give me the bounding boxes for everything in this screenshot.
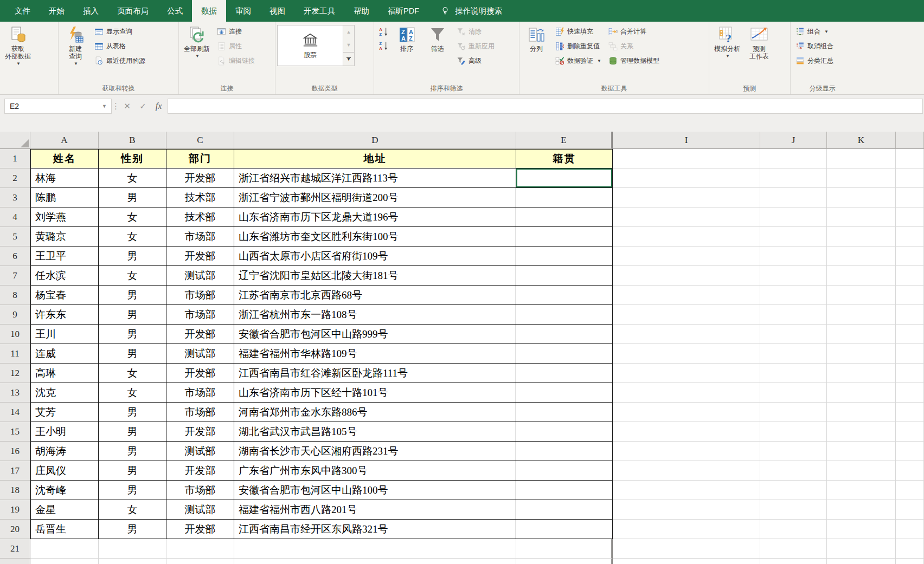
cell-C18[interactable]: 市场部 bbox=[166, 481, 234, 500]
cell-B13[interactable]: 女 bbox=[99, 383, 166, 403]
cell-E14[interactable] bbox=[516, 403, 613, 422]
cell-K2[interactable] bbox=[827, 168, 896, 188]
formula-input[interactable] bbox=[168, 99, 923, 114]
cell-A13[interactable]: 沈克 bbox=[30, 383, 99, 403]
cell-B7[interactable]: 女 bbox=[99, 266, 166, 286]
cell-L6[interactable] bbox=[896, 247, 924, 266]
cell-D21[interactable] bbox=[234, 539, 516, 559]
name-box-dropdown-icon[interactable]: ▼ bbox=[102, 103, 111, 109]
cell-J4[interactable] bbox=[760, 208, 827, 227]
cell-B4[interactable]: 女 bbox=[99, 208, 166, 227]
cell-D20[interactable]: 江西省南昌市经开区东风路321号 bbox=[234, 520, 516, 539]
cell-D9[interactable]: 浙江省杭州市东一路108号 bbox=[234, 305, 516, 325]
cell-L13[interactable] bbox=[896, 383, 924, 403]
cell-J8[interactable] bbox=[760, 286, 827, 305]
sort-button[interactable]: ZAAZ排序 bbox=[392, 23, 422, 53]
cell-E3[interactable] bbox=[516, 188, 613, 208]
cell-K1[interactable] bbox=[827, 149, 896, 168]
cell-L9[interactable] bbox=[896, 305, 924, 325]
forecast-sheet-button[interactable]: 预测工作表 bbox=[744, 23, 774, 61]
cell-D18[interactable]: 安徽省合肥市包河区中山路100号 bbox=[234, 481, 516, 500]
cell-B9[interactable]: 男 bbox=[99, 305, 166, 325]
cell-I17[interactable] bbox=[613, 461, 760, 481]
row-header-20[interactable]: 20 bbox=[0, 520, 30, 539]
cell-D13[interactable]: 山东省济南市历下区经十路101号 bbox=[234, 383, 516, 403]
cell-A22[interactable] bbox=[30, 559, 99, 564]
row-header-17[interactable]: 17 bbox=[0, 461, 30, 481]
cell-L12[interactable] bbox=[896, 364, 924, 383]
insert-function-button[interactable]: fx bbox=[151, 99, 166, 114]
cell-A6[interactable]: 王卫平 bbox=[30, 247, 99, 266]
row-header-19[interactable]: 19 bbox=[0, 500, 30, 520]
cell-D22[interactable] bbox=[234, 559, 516, 564]
row-header-9[interactable]: 9 bbox=[0, 305, 30, 325]
row-header-2[interactable]: 2 bbox=[0, 168, 30, 188]
row-header-14[interactable]: 14 bbox=[0, 403, 30, 422]
cell-B5[interactable]: 女 bbox=[99, 227, 166, 247]
clear-filter-button[interactable]: 清除 bbox=[453, 24, 498, 39]
cell-L21[interactable] bbox=[896, 539, 924, 559]
cell-J6[interactable] bbox=[760, 247, 827, 266]
cell-B22[interactable] bbox=[99, 559, 166, 564]
cell-J2[interactable] bbox=[760, 168, 827, 188]
tab-视图[interactable]: 视图 bbox=[260, 0, 294, 22]
text-to-columns-button[interactable]: 分列 bbox=[521, 23, 551, 53]
cell-A10[interactable]: 王川 bbox=[30, 325, 99, 344]
row-header-11[interactable]: 11 bbox=[0, 344, 30, 364]
cell-B19[interactable]: 女 bbox=[99, 500, 166, 520]
cell-E12[interactable] bbox=[516, 364, 613, 383]
cell-C2[interactable]: 开发部 bbox=[166, 168, 234, 188]
column-header-D[interactable]: D bbox=[234, 132, 516, 149]
cell-I7[interactable] bbox=[613, 266, 760, 286]
cell-K20[interactable] bbox=[827, 520, 896, 539]
gallery-more-button[interactable]: ▼ bbox=[343, 52, 354, 66]
cell-K3[interactable] bbox=[827, 188, 896, 208]
get-external-data-dropdown-icon[interactable]: ▼ bbox=[16, 61, 21, 67]
cell-C19[interactable]: 测试部 bbox=[166, 500, 234, 520]
cell-L1[interactable] bbox=[896, 149, 924, 168]
cell-K10[interactable] bbox=[827, 325, 896, 344]
cell-J14[interactable] bbox=[760, 403, 827, 422]
cell-A5[interactable]: 黄璐京 bbox=[30, 227, 99, 247]
cell-B16[interactable]: 男 bbox=[99, 442, 166, 461]
column-header-I[interactable]: I bbox=[613, 132, 760, 149]
cancel-entry-button[interactable]: ✕ bbox=[119, 99, 135, 114]
cell-D16[interactable]: 湖南省长沙市天心区湘府西路231号 bbox=[234, 442, 516, 461]
row-header-3[interactable]: 3 bbox=[0, 188, 30, 208]
tab-文件[interactable]: 文件 bbox=[5, 0, 40, 22]
cell-I2[interactable] bbox=[613, 168, 760, 188]
cell-B6[interactable]: 男 bbox=[99, 247, 166, 266]
sort-descending-button[interactable]: ZA bbox=[376, 38, 391, 53]
cell-I22[interactable] bbox=[613, 559, 760, 564]
cell-C4[interactable]: 技术部 bbox=[166, 208, 234, 227]
cell-B2[interactable]: 女 bbox=[99, 168, 166, 188]
what-if-analysis-dropdown-icon[interactable]: ▼ bbox=[726, 54, 730, 59]
cell-L14[interactable] bbox=[896, 403, 924, 422]
cell-C11[interactable]: 测试部 bbox=[166, 344, 234, 364]
cell-L20[interactable] bbox=[896, 520, 924, 539]
cell-L19[interactable] bbox=[896, 500, 924, 520]
cell-A18[interactable]: 沈奇峰 bbox=[30, 481, 99, 500]
cell-J22[interactable] bbox=[760, 559, 827, 564]
column-header-partial[interactable] bbox=[896, 132, 924, 149]
cell-A4[interactable]: 刘学燕 bbox=[30, 208, 99, 227]
cell-K8[interactable] bbox=[827, 286, 896, 305]
cell-L17[interactable] bbox=[896, 461, 924, 481]
cell-B10[interactable]: 男 bbox=[99, 325, 166, 344]
new-query-dropdown-icon[interactable]: ▼ bbox=[74, 61, 78, 67]
relationships-button[interactable]: 关系 bbox=[605, 39, 663, 54]
row-header-15[interactable]: 15 bbox=[0, 422, 30, 442]
cell-D12[interactable]: 江西省南昌市红谷滩新区卧龙路111号 bbox=[234, 364, 516, 383]
cell-E1[interactable]: 籍贯 bbox=[516, 149, 613, 168]
column-header-K[interactable]: K bbox=[827, 132, 896, 149]
cell-D6[interactable]: 山西省太原市小店区省府街109号 bbox=[234, 247, 516, 266]
cell-D1[interactable]: 地址 bbox=[234, 149, 516, 168]
cell-D8[interactable]: 江苏省南京市北京西路68号 bbox=[234, 286, 516, 305]
data-type-stocks-button[interactable]: 股票 bbox=[277, 25, 343, 66]
cell-C17[interactable]: 开发部 bbox=[166, 461, 234, 481]
cell-E8[interactable] bbox=[516, 286, 613, 305]
cell-I9[interactable] bbox=[613, 305, 760, 325]
cell-B1[interactable]: 性别 bbox=[99, 149, 166, 168]
cell-J15[interactable] bbox=[760, 422, 827, 442]
tab-数据[interactable]: 数据 bbox=[192, 0, 226, 22]
